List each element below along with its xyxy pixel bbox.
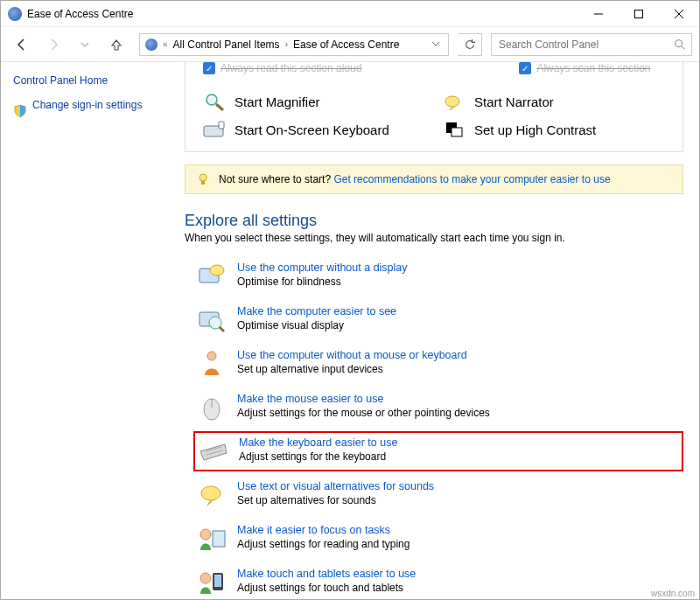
explore-heading: Explore all settings (185, 212, 683, 230)
narrator-icon (443, 92, 466, 111)
svg-rect-30 (214, 575, 221, 587)
setting-desc: Set up alternatives for sounds (237, 494, 434, 506)
svg-point-16 (210, 265, 224, 276)
search-icon (674, 38, 686, 51)
breadcrumb-all[interactable]: All Control Panel Items (173, 38, 280, 51)
app-icon (8, 7, 22, 21)
svg-point-20 (207, 352, 216, 360)
svg-rect-12 (452, 128, 462, 136)
setting-link[interactable]: Make the computer easier to see (237, 305, 396, 317)
magnifier-icon (203, 92, 226, 111)
setting-focus: Make it easier to focus on tasks Adjust … (193, 519, 683, 559)
search-input[interactable] (497, 38, 674, 52)
svg-point-28 (200, 573, 211, 583)
hint-link[interactable]: Get recommendations to make your compute… (333, 173, 610, 185)
speech-icon (197, 480, 227, 510)
setting-no-display: Use the computer without a display Optim… (193, 256, 683, 297)
quick-label: Set up High Contrast (474, 122, 596, 137)
keyboard-icon (199, 436, 228, 466)
svg-line-5 (682, 45, 685, 49)
address-bar[interactable]: « All Control Panel Items › Ease of Acce… (139, 33, 449, 56)
svg-point-6 (206, 94, 217, 105)
setting-desc: Optimise visual display (237, 319, 396, 331)
breadcrumb-current[interactable]: Ease of Access Centre (293, 38, 399, 51)
back-button[interactable] (8, 31, 36, 59)
setting-link[interactable]: Make the keyboard easier to use (239, 436, 397, 449)
start-osk[interactable]: Start On-Screen Keyboard (203, 120, 425, 139)
explore-sub: When you select these settings, they wil… (185, 232, 683, 244)
refresh-button[interactable] (458, 33, 482, 56)
svg-point-13 (200, 174, 206, 181)
checkbox-read-aloud[interactable]: ✓Always read this section aloud (203, 62, 361, 74)
quick-label: Start On-Screen Keyboard (234, 122, 389, 137)
main-content: ✓Always read this section aloud ✓Always … (185, 62, 699, 600)
bulb-icon (196, 172, 210, 186)
quick-label: Start Narrator (474, 94, 554, 109)
setting-link[interactable]: Make it easier to focus on tasks (237, 524, 410, 536)
svg-point-25 (201, 486, 220, 500)
setup-high-contrast[interactable]: Set up High Contrast (443, 120, 665, 139)
nav-bar: « All Control Panel Items › Ease of Acce… (1, 27, 699, 62)
hint-lead: Not sure where to start? (219, 173, 331, 185)
window-title: Ease of Access Centre (27, 8, 133, 20)
setting-easier-see: Make the computer easier to see Optimise… (193, 300, 683, 340)
svg-rect-14 (201, 181, 205, 185)
svg-point-26 (200, 529, 211, 540)
setting-mouse: Make the mouse easier to use Adjust sett… (193, 387, 683, 428)
shield-icon (13, 104, 27, 118)
recent-dropdown[interactable] (71, 31, 99, 59)
sidebar: Control Panel Home Change sign-in settin… (1, 62, 185, 600)
minimize-button[interactable] (578, 1, 619, 27)
touch-icon (197, 568, 227, 597)
maximize-button[interactable] (619, 1, 659, 27)
checkbox-scan-section[interactable]: ✓Always scan this section (519, 62, 650, 74)
setting-desc: Adjust settings for the mouse or other p… (237, 407, 490, 419)
person-icon (197, 349, 227, 379)
svg-rect-10 (219, 122, 224, 129)
focus-icon (197, 524, 227, 554)
up-button[interactable] (102, 31, 130, 59)
start-narrator[interactable]: Start Narrator (443, 92, 665, 111)
search-box[interactable] (491, 33, 692, 56)
setting-link[interactable]: Use text or visual alternatives for soun… (237, 480, 434, 492)
setting-link[interactable]: Make the mouse easier to use (237, 393, 490, 405)
keyboard-icon (203, 120, 226, 139)
contrast-icon (443, 120, 466, 139)
title-bar: Ease of Access Centre (1, 1, 699, 27)
svg-point-18 (209, 317, 221, 329)
svg-line-7 (216, 104, 223, 110)
setting-link[interactable]: Make touch and tablets easier to use (237, 568, 416, 580)
watermark: wsxdn.com (651, 589, 695, 598)
forward-button[interactable] (39, 31, 67, 59)
quick-label: Start Magnifier (234, 94, 320, 109)
setting-desc: Adjust settings for touch and tablets (237, 582, 416, 594)
mouse-icon (197, 393, 227, 422)
quick-access-panel: ✓Always read this section aloud ✓Always … (185, 62, 683, 152)
setting-desc: Set up alternative input devices (237, 363, 467, 375)
close-button[interactable] (659, 1, 699, 27)
hint-bar: Not sure where to start? Get recommendat… (185, 164, 683, 194)
svg-point-8 (445, 96, 459, 107)
breadcrumb-root[interactable]: « (163, 39, 168, 49)
setting-desc: Adjust settings for the keyboard (239, 450, 397, 463)
easier-see-icon (197, 305, 227, 335)
address-icon (145, 38, 158, 51)
svg-rect-1 (635, 10, 643, 17)
start-magnifier[interactable]: Start Magnifier (203, 92, 425, 111)
setting-link[interactable]: Use the computer without a mouse or keyb… (237, 349, 467, 361)
svg-rect-27 (213, 531, 225, 547)
setting-no-mouse-keyboard: Use the computer without a mouse or keyb… (193, 344, 683, 384)
setting-desc: Optimise for blindness (237, 276, 408, 288)
address-dropdown[interactable] (429, 38, 443, 51)
svg-line-19 (220, 327, 224, 331)
setting-touch: Make touch and tablets easier to use Adj… (193, 562, 683, 600)
setting-keyboard: Make the keyboard easier to use Adjust s… (193, 431, 683, 471)
sidebar-signin-link[interactable]: Change sign-in settings (32, 99, 142, 111)
svg-point-4 (676, 39, 682, 46)
setting-link[interactable]: Use the computer without a display (237, 262, 408, 274)
sidebar-home-link[interactable]: Control Panel Home (13, 74, 176, 87)
setting-sounds: Use text or visual alternatives for soun… (193, 475, 683, 515)
setting-desc: Adjust settings for reading and typing (237, 538, 410, 550)
display-off-icon (197, 262, 227, 291)
chevron-icon: › (285, 39, 288, 49)
